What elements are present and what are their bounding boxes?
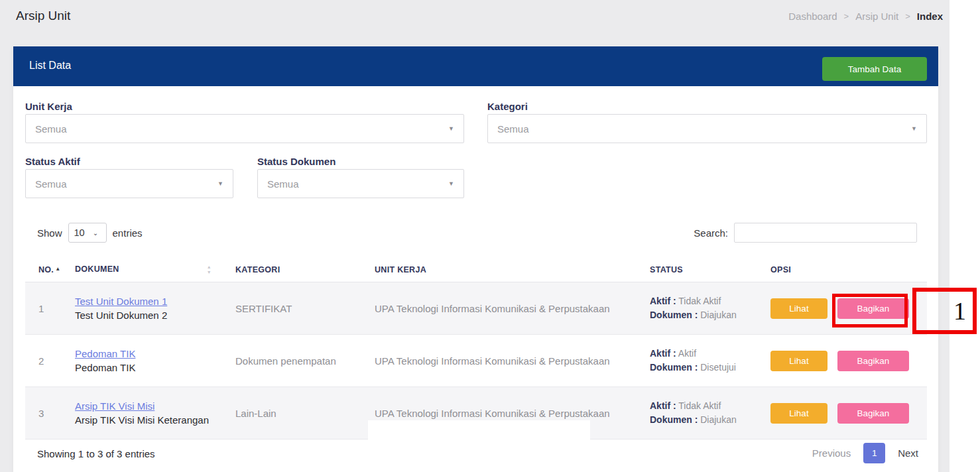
list-data-card: List Data Tambah Data Unit Kerja Semua ▼… [13, 46, 938, 472]
data-table: NO.▲ DOKUMEN▲▼ KATEGORI UNIT KERJA STATU… [25, 257, 927, 440]
caret-down-icon: ▼ [911, 125, 917, 132]
entries-label: entries [113, 227, 143, 239]
caret-down-icon: ▼ [448, 125, 454, 132]
filter-select-kategori-value: Semua [497, 123, 529, 135]
breadcrumb-index: Index [917, 11, 943, 22]
breadcrumb-arsip-unit[interactable]: Arsip Unit [855, 11, 898, 22]
bagikan-button[interactable]: Bagikan [837, 403, 909, 424]
lihat-button[interactable]: Lihat [770, 403, 827, 424]
document-link[interactable]: Test Unit Dokumen 1 [75, 296, 167, 307]
show-label: Show [37, 227, 62, 239]
page-title: Arsip Unit [16, 9, 70, 23]
aktif-value: Tidak Aktif [678, 296, 721, 306]
status-cell: Aktif : Tidak Aktif Dokumen : Diajukan [637, 282, 757, 335]
table-header-row: NO.▲ DOKUMEN▲▼ KATEGORI UNIT KERJA STATU… [25, 257, 927, 282]
filter-select-unit-kerja-value: Semua [35, 123, 67, 135]
row-number: 1 [25, 282, 62, 335]
document-description: Pedoman TIK [75, 362, 135, 373]
breadcrumb-separator-icon: > [844, 11, 849, 21]
annotation-label-number: 1 [953, 296, 966, 325]
aktif-label: Aktif : [650, 296, 676, 306]
opsi-cell: LihatBagikan [757, 387, 927, 440]
search-control: Search: [694, 223, 917, 243]
column-header-kategori[interactable]: KATEGORI [222, 257, 361, 282]
caret-down-icon: ▼ [217, 180, 223, 187]
document-description: Test Unit Dokumen 2 [75, 310, 167, 321]
table-info: Showing 1 to 3 of 3 entries [37, 444, 155, 464]
sort-ascending-icon: ▲ [55, 266, 60, 272]
column-header-opsi[interactable]: OPSI [757, 257, 927, 282]
dokumen-label: Dokumen : [650, 310, 698, 320]
card-title: List Data [29, 60, 71, 72]
status-cell: Aktif : Aktif Dokumen : Disetujui [637, 335, 757, 387]
dokumen-label: Dokumen : [650, 362, 698, 373]
filter-label-unit-kerja: Unit Kerja [25, 101, 72, 112]
lihat-button[interactable]: Lihat [770, 298, 827, 319]
dokumen-label: Dokumen : [650, 414, 698, 425]
document-link[interactable]: Pedoman TIK [75, 348, 135, 359]
filter-select-status-aktif-value: Semua [35, 178, 67, 190]
status-cell: Aktif : Tidak Aktif Dokumen : Diajukan [637, 387, 757, 440]
filter-select-status-dokumen[interactable]: Semua ▼ [257, 169, 464, 198]
column-header-no[interactable]: NO.▲ [25, 257, 62, 282]
white-redaction-patch [368, 420, 590, 442]
aktif-label: Aktif : [650, 400, 676, 411]
filter-label-kategori: Kategori [487, 101, 528, 112]
unit-kerja-cell: UPA Teknologi Informasi Komunikasi & Per… [361, 335, 637, 387]
table-row: 2 Pedoman TIK Pedoman TIK Dokumen penemp… [25, 335, 927, 387]
card-header: List Data Tambah Data [13, 46, 938, 86]
filter-label-status-dokumen: Status Dokumen [257, 156, 336, 167]
filter-label-status-aktif: Status Aktif [25, 156, 80, 167]
kategori-cell: SERTIFIKAT [222, 282, 361, 335]
annotation-highlight-box [832, 294, 908, 327]
filter-select-status-dokumen-value: Semua [267, 178, 299, 190]
page-length-value: 10 [74, 227, 85, 238]
aktif-value: Aktif [678, 348, 696, 359]
lihat-button[interactable]: Lihat [770, 351, 827, 371]
bagikan-button[interactable]: Bagikan [837, 351, 909, 371]
opsi-cell: LihatBagikan [757, 335, 927, 387]
filter-select-kategori[interactable]: Semua ▼ [487, 114, 927, 143]
pagination-page-1[interactable]: 1 [863, 443, 885, 463]
kategori-cell: Dokumen penempatan [222, 335, 361, 387]
table-row: 1 Test Unit Dokumen 1 Test Unit Dokumen … [25, 282, 927, 335]
pagination-previous[interactable]: Previous [812, 447, 851, 459]
sort-both-icon: ▲▼ [207, 265, 212, 274]
dokumen-value: Disetujui [700, 362, 736, 373]
chevron-down-icon: ⌄ [93, 229, 98, 237]
pagination: Previous 1 Next [812, 443, 918, 463]
caret-down-icon: ▼ [448, 180, 454, 187]
column-header-status[interactable]: STATUS [637, 257, 757, 282]
column-header-dokumen[interactable]: DOKUMEN▲▼ [62, 257, 222, 282]
dokumen-value: Diajukan [700, 310, 736, 320]
row-number: 2 [25, 335, 62, 387]
pagination-next[interactable]: Next [898, 447, 918, 459]
filter-select-status-aktif[interactable]: Semua ▼ [25, 169, 233, 198]
dokumen-value: Diajukan [700, 414, 736, 425]
column-header-unit-kerja[interactable]: UNIT KERJA [361, 257, 637, 282]
breadcrumb: Dashboard > Arsip Unit > Index [788, 11, 943, 22]
row-number: 3 [25, 387, 62, 440]
app-background: Arsip Unit Dashboard > Arsip Unit > Inde… [0, 0, 949, 472]
document-description: Arsip TIK Visi Misi Keterangan [75, 414, 209, 426]
search-label: Search: [694, 227, 728, 239]
filter-select-unit-kerja[interactable]: Semua ▼ [25, 114, 464, 143]
unit-kerja-cell: UPA Teknologi Informasi Komunikasi & Per… [361, 282, 637, 335]
kategori-cell: Lain-Lain [222, 387, 361, 440]
breadcrumb-separator-icon: > [905, 11, 910, 21]
tambah-data-button[interactable]: Tambah Data [822, 57, 927, 81]
search-input[interactable] [734, 223, 917, 243]
breadcrumb-dashboard[interactable]: Dashboard [788, 11, 837, 22]
annotation-label-box: 1 [912, 288, 977, 334]
show-entries-control: Show 10 ⌄ entries [37, 223, 143, 243]
aktif-value: Tidak Aktif [678, 400, 721, 411]
page-length-select[interactable]: 10 ⌄ [68, 223, 107, 243]
aktif-label: Aktif : [650, 348, 676, 359]
document-link[interactable]: Arsip TIK Visi Misi [75, 400, 154, 412]
